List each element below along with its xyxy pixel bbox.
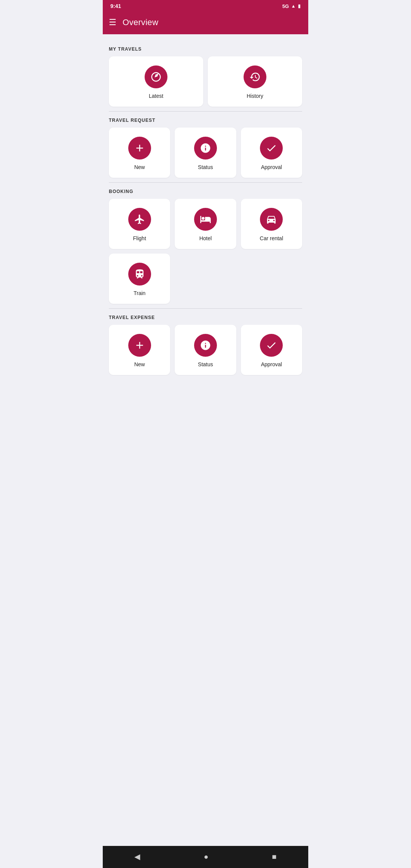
- compass-icon: [150, 71, 162, 83]
- card-label-train: Train: [134, 290, 145, 296]
- card-icon-approval: [260, 137, 283, 160]
- divider-request-booking: [109, 182, 302, 183]
- card-label-status: Status: [198, 164, 213, 170]
- info-icon: [200, 142, 211, 154]
- card-label-flight: Flight: [133, 235, 146, 241]
- status-time: 9:41: [110, 3, 121, 9]
- card-icon-history: [244, 65, 266, 88]
- card-icon-new: [128, 137, 151, 160]
- card-label-latest: Latest: [149, 93, 163, 99]
- train-icon: [134, 268, 145, 280]
- status-bar: 9:41 5G ▲ ▮: [103, 0, 308, 12]
- card-train[interactable]: Train: [109, 254, 170, 304]
- my-travels-grid: Latest History: [109, 56, 302, 107]
- car-icon: [266, 214, 277, 225]
- card-label-hotel: Hotel: [199, 235, 212, 241]
- card-icon-expense-new: [128, 334, 151, 357]
- card-icon-expense-status: [194, 334, 217, 357]
- card-icon-latest: [145, 65, 167, 88]
- section-travel-request: TRAVEL REQUEST New Status: [109, 118, 302, 178]
- section-travel-expense: TRAVEL EXPENSE New Status: [109, 315, 302, 375]
- signal-icon: ▲: [291, 3, 296, 9]
- divider-booking-expense: [109, 308, 302, 309]
- menu-icon[interactable]: ☰: [109, 18, 116, 27]
- check-expense-icon: [266, 340, 277, 351]
- card-new[interactable]: New: [109, 128, 170, 178]
- card-expense-approval[interactable]: Approval: [241, 325, 302, 375]
- divider-travels-request: [109, 111, 302, 112]
- card-label-history: History: [247, 93, 263, 99]
- card-label-expense-status: Status: [198, 361, 213, 367]
- status-bar-right: 5G ▲ ▮: [282, 3, 301, 9]
- card-status[interactable]: Status: [175, 128, 236, 178]
- section-title-travel-expense: TRAVEL EXPENSE: [109, 315, 302, 320]
- section-title-travel-request: TRAVEL REQUEST: [109, 118, 302, 123]
- card-icon-hotel: [194, 208, 217, 231]
- card-expense-new[interactable]: New: [109, 325, 170, 375]
- card-expense-status[interactable]: Status: [175, 325, 236, 375]
- section-booking: BOOKING Flight Hotel: [109, 189, 302, 304]
- card-icon-train: [128, 263, 151, 286]
- card-hotel[interactable]: Hotel: [175, 199, 236, 249]
- info-expense-icon: [200, 340, 211, 351]
- section-my-travels: MY TRAVELS Latest History: [109, 46, 302, 107]
- plus-expense-icon: [134, 340, 145, 351]
- card-icon-status: [194, 137, 217, 160]
- check-icon: [266, 142, 277, 154]
- card-icon-flight: [128, 208, 151, 231]
- booking-grid: Flight Hotel Car rental: [109, 199, 302, 304]
- section-title-my-travels: MY TRAVELS: [109, 46, 302, 52]
- card-icon-car-rental: [260, 208, 283, 231]
- card-car-rental[interactable]: Car rental: [241, 199, 302, 249]
- card-label-approval: Approval: [261, 164, 282, 170]
- nav-recent-button[interactable]: ■: [264, 851, 284, 863]
- page-title: Overview: [123, 18, 158, 27]
- card-label-expense-new: New: [134, 361, 145, 367]
- bottom-nav: ◀ ● ■: [103, 846, 308, 868]
- card-approval[interactable]: Approval: [241, 128, 302, 178]
- plus-icon: [134, 142, 145, 154]
- card-label-car-rental: Car rental: [260, 235, 283, 241]
- card-label-new: New: [134, 164, 145, 170]
- history-icon: [249, 71, 261, 83]
- network-label: 5G: [282, 3, 289, 9]
- nav-back-button[interactable]: ◀: [127, 850, 148, 863]
- flight-icon: [134, 214, 145, 225]
- battery-icon: ▮: [298, 3, 301, 9]
- travel-request-grid: New Status Approval: [109, 128, 302, 178]
- card-flight[interactable]: Flight: [109, 199, 170, 249]
- card-latest[interactable]: Latest: [109, 56, 203, 107]
- app-bar: ☰ Overview: [103, 12, 308, 34]
- section-title-booking: BOOKING: [109, 189, 302, 194]
- travel-expense-grid: New Status Approval: [109, 325, 302, 375]
- card-icon-expense-approval: [260, 334, 283, 357]
- card-label-expense-approval: Approval: [261, 361, 282, 367]
- card-history[interactable]: History: [208, 56, 302, 107]
- nav-home-button[interactable]: ●: [196, 851, 216, 863]
- main-content: MY TRAVELS Latest History: [103, 34, 308, 846]
- hotel-icon: [200, 214, 211, 225]
